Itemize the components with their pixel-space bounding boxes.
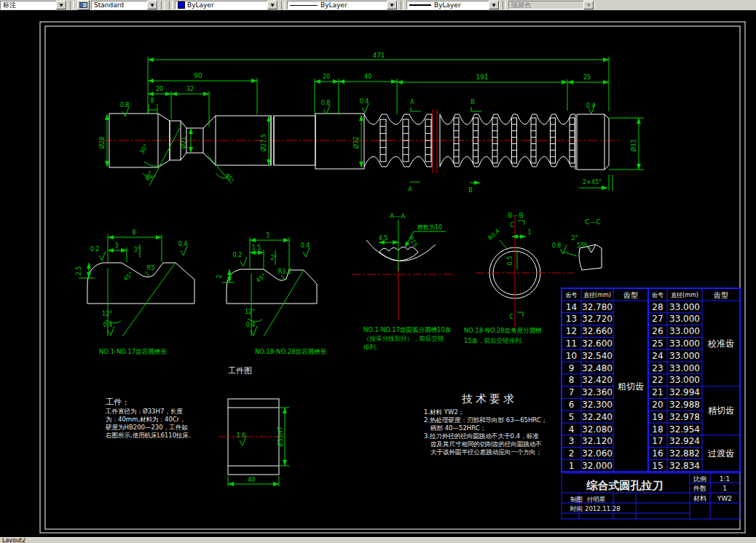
table-cell: 27 bbox=[652, 314, 663, 324]
table-cell: 32.300 bbox=[582, 400, 613, 410]
layout-tab-bar[interactable]: Layout2 bbox=[0, 537, 756, 543]
color-swatch-icon bbox=[178, 1, 185, 9]
chevron-down-icon[interactable]: ▼ bbox=[56, 1, 66, 9]
d2-02: 0.2 bbox=[233, 252, 243, 258]
scale-label: 比例 bbox=[693, 475, 706, 483]
d2-12: 12° bbox=[245, 309, 255, 315]
lineweight-sample-icon bbox=[409, 4, 431, 6]
toolbar-separator bbox=[70, 1, 74, 9]
table-cell: 齿号 bbox=[566, 292, 578, 298]
layout-tab[interactable]: Layout2 bbox=[2, 537, 25, 543]
table-cell: 粗切齿 bbox=[618, 381, 644, 392]
lineweight-combo[interactable]: ByLayer ▼ bbox=[406, 1, 500, 9]
dim-90: 90 bbox=[194, 72, 202, 79]
d2-caption: NO.18-NO.28齿容屑槽形. bbox=[255, 348, 328, 355]
chevron-down-icon[interactable]: ▼ bbox=[387, 1, 397, 9]
table-cell: 32.834 bbox=[669, 461, 700, 471]
d2-2: 2 bbox=[216, 274, 223, 278]
workpiece-line: 硬度为HB200—230，工件如 bbox=[106, 424, 188, 431]
bb-05: 0.5 bbox=[507, 256, 513, 266]
table-cell: 32.780 bbox=[582, 302, 613, 312]
properties-toolbar: 标注 ▼ Standard ▼ ByLayer ▼ ByLayer ▼ ByLa… bbox=[0, 0, 756, 10]
section-bb: B—B C 1 0.5 R0.4 C NO.18-NO.28齿角度分屑槽 15条… bbox=[464, 212, 574, 344]
table-cell: 32.924 bbox=[669, 436, 700, 446]
dim-20b: 20 bbox=[323, 74, 330, 80]
color-combo[interactable]: ByLayer ▼ bbox=[175, 1, 278, 9]
style-thumbnail-icon bbox=[79, 2, 87, 8]
tooth-diameter-tables: 齿号直径(mm)齿型1432.7801332.7201232.6601132.6… bbox=[562, 288, 740, 472]
dim-40: 40 bbox=[364, 74, 371, 80]
d2-5: 5 bbox=[266, 232, 269, 239]
sheet-border bbox=[40, 22, 745, 533]
table-cell: 26 bbox=[652, 326, 663, 336]
table-cell: 32.120 bbox=[582, 436, 613, 446]
section-cc: C—C 0.8 2° 55° bbox=[552, 218, 602, 270]
bb-1: 1 bbox=[527, 229, 531, 236]
table-cell: 齿型 bbox=[714, 291, 728, 299]
aa-caption-1: NO.1-NO.17齿圆弧分屑槽10条 bbox=[363, 326, 452, 333]
chevron-down-icon[interactable]: ▼ bbox=[267, 1, 277, 9]
dim-dia28: Ø28 bbox=[98, 137, 106, 148]
table-cell: 15 bbox=[652, 461, 663, 471]
text-style-icon[interactable] bbox=[77, 0, 90, 10]
table-cell: 1 bbox=[569, 461, 575, 471]
bb-caption-2: 15条，前后交错排列. bbox=[464, 337, 524, 344]
d1-8: 8 bbox=[132, 229, 135, 236]
table-cell: 33.000 bbox=[669, 363, 700, 373]
tech-req-line: 3.拉刀外径的径向圆跳动不大于0.4，标准 bbox=[424, 432, 539, 440]
tech-req-line: 大于该外圆半径公差跳动应向一个方向； bbox=[430, 448, 542, 456]
d1-3deg: 3° bbox=[133, 247, 140, 253]
d2-2deg: 2° bbox=[270, 255, 277, 261]
toolbar-separator bbox=[161, 1, 165, 9]
qty-label: 件数 bbox=[693, 485, 706, 492]
table-cell: 32.420 bbox=[582, 375, 613, 385]
section-bb-label: B—B bbox=[508, 212, 523, 219]
linetype-value: ByLayer bbox=[320, 1, 387, 9]
tech-req-line: 1.材料 YW2； bbox=[424, 408, 464, 416]
linetype-combo[interactable]: ByLayer ▼ bbox=[287, 1, 398, 9]
bb-c-top: C bbox=[510, 222, 514, 229]
color-value: ByLayer bbox=[187, 1, 267, 9]
drawing-canvas[interactable]: 471 90 20 32 8 20 40 191 25 Ø28 Ø21 Ø27.… bbox=[0, 10, 756, 537]
table-cell: 齿型 bbox=[623, 291, 638, 299]
text-style-combo[interactable]: Standard ▼ bbox=[91, 1, 158, 9]
drawn-by-value: 付明星 bbox=[586, 496, 606, 503]
chevron-down-icon[interactable]: ▼ bbox=[489, 1, 499, 9]
d1-04b: 0.4 bbox=[103, 322, 113, 328]
svg-text:Ø33: Ø33 bbox=[630, 140, 637, 151]
table-cell: 32.540 bbox=[582, 351, 613, 361]
d1-caption: NO.1-NO.17齿容屑槽形. bbox=[99, 348, 168, 355]
table-cell: 19 bbox=[652, 412, 663, 422]
table-cell: 32.882 bbox=[669, 448, 700, 459]
dim-dia32: Ø32 bbox=[353, 137, 360, 148]
table-cell: 32.480 bbox=[582, 363, 613, 373]
d1-r5: R5 bbox=[147, 265, 155, 272]
dim-style-combo[interactable]: 标注 ▼ bbox=[0, 1, 67, 9]
table-cell: 22 bbox=[652, 375, 663, 385]
sf-08b: 0.8 bbox=[321, 100, 331, 106]
workpiece-figure-label: 工件图 bbox=[228, 366, 252, 376]
bb-caption-1: NO.18-NO.28齿角度分屑槽 bbox=[464, 327, 542, 334]
table-cell: 3 bbox=[569, 436, 575, 446]
workpiece-line: 右图所示,使用机床L6110拉床. bbox=[105, 432, 191, 439]
table-cell: 2 bbox=[569, 448, 575, 459]
chevron-down-icon: ▼ bbox=[583, 1, 594, 9]
sf-04b: 0.4 bbox=[586, 103, 596, 109]
tech-req-line: 柄部 40—52HRC； bbox=[430, 424, 486, 432]
wp-dia: Ø33H7 bbox=[277, 427, 284, 447]
tooth-slot-detail-2: 5 1.5 0.2 2° 0.4 2 R3.5 45° 12° 0.4 NO.1… bbox=[216, 232, 328, 355]
table-cell: 32.360 bbox=[582, 387, 613, 397]
plot-style-value: 随颜色 bbox=[511, 1, 583, 9]
plot-style-combo: 随颜色 ▼ bbox=[508, 1, 594, 9]
toolbar-separator bbox=[503, 1, 506, 9]
table-cell: 校准齿 bbox=[707, 338, 734, 349]
dim-8: 8 bbox=[150, 98, 154, 104]
d1-25: 2.5 bbox=[76, 266, 82, 276]
cc-08: 0.8 bbox=[552, 242, 562, 249]
tech-req-title: 技术要求 bbox=[462, 392, 517, 405]
d2-r35: R3.5 bbox=[278, 269, 291, 275]
chevron-down-icon[interactable]: ▼ bbox=[147, 1, 157, 9]
cc-55deg: 55° bbox=[577, 242, 587, 249]
table-cell: 过渡齿 bbox=[708, 448, 734, 459]
dim-32: 32 bbox=[186, 86, 194, 92]
